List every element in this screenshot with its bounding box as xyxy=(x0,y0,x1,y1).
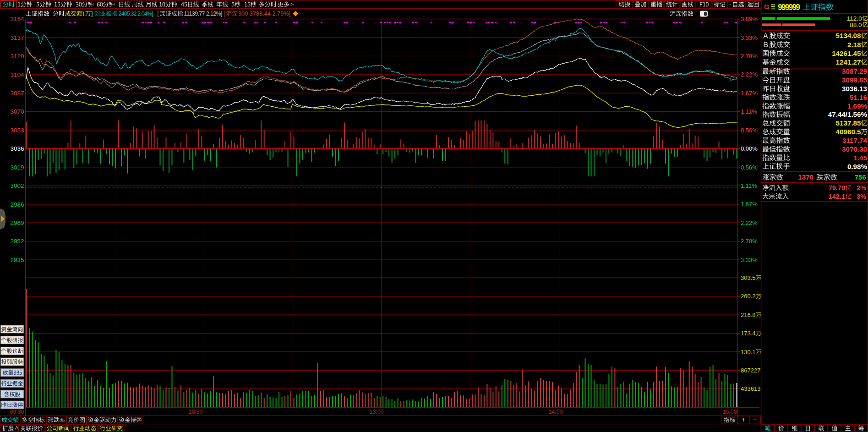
svg-text:13:00: 13:00 xyxy=(370,409,384,415)
svg-text:867227: 867227 xyxy=(741,367,760,374)
svg-text:3036: 3036 xyxy=(10,145,24,152)
svg-text:1.69%: 1.69% xyxy=(847,102,868,110)
svg-text:14:00: 14:00 xyxy=(549,409,563,415)
svg-text:3087: 3087 xyxy=(10,90,24,97)
svg-text:2969: 2969 xyxy=(10,219,24,226)
svg-text:3.89%: 3.89% xyxy=(741,16,758,22)
svg-text:3036.13: 3036.13 xyxy=(842,85,867,93)
svg-text:5134.08: 5134.08 xyxy=(836,32,861,39)
svg-text:112.0: 112.0 xyxy=(847,15,862,22)
svg-text:3104: 3104 xyxy=(10,71,24,78)
svg-text:3154: 3154 xyxy=(10,16,24,22)
svg-text:2.22%: 2.22% xyxy=(741,71,758,78)
svg-text:173.4: 173.4 xyxy=(741,330,756,337)
svg-text:130.1: 130.1 xyxy=(741,349,756,355)
svg-text:+: + xyxy=(742,416,745,423)
svg-text:3.33%: 3.33% xyxy=(741,257,758,263)
svg-text:3070: 3070 xyxy=(10,108,24,115)
svg-text:1.67%: 1.67% xyxy=(741,201,758,208)
svg-text:5137.85: 5137.85 xyxy=(836,119,861,127)
svg-text:−: − xyxy=(753,416,757,423)
svg-text:G: G xyxy=(764,3,770,11)
svg-text:40960.5: 40960.5 xyxy=(836,128,861,136)
svg-text:47.44/1.56%: 47.44/1.56% xyxy=(828,110,868,118)
svg-text:260.2: 260.2 xyxy=(741,293,756,300)
svg-text:3019: 3019 xyxy=(10,164,24,171)
svg-text:3117.74: 3117.74 xyxy=(842,137,868,144)
svg-text:88.0: 88.0 xyxy=(850,22,862,28)
svg-text:2.22%: 2.22% xyxy=(741,219,758,226)
svg-text:10:30: 10:30 xyxy=(189,409,203,415)
svg-text:3120: 3120 xyxy=(10,53,24,60)
svg-text:2.78%: 2.78% xyxy=(741,238,758,245)
svg-text:3070.30: 3070.30 xyxy=(842,145,867,153)
svg-text:1.45: 1.45 xyxy=(853,154,867,162)
svg-text:1.67%: 1.67% xyxy=(741,90,758,97)
svg-text:3.33%: 3.33% xyxy=(741,34,758,41)
svg-text:2405.32 2.04%]: 2405.32 2.04%] xyxy=(119,11,153,17)
svg-text:1370: 1370 xyxy=(798,173,813,181)
svg-text:3%: 3% xyxy=(857,193,866,200)
svg-text:142.1: 142.1 xyxy=(829,193,845,200)
svg-text:3002: 3002 xyxy=(10,182,24,189)
svg-text:303.5: 303.5 xyxy=(741,274,756,281)
svg-text:2.78%: 2.78% xyxy=(741,53,758,60)
svg-text:2986: 2986 xyxy=(10,201,24,208)
svg-text:1.11%: 1.11% xyxy=(741,182,757,189)
svg-text:1241.27: 1241.27 xyxy=(836,58,861,66)
svg-text:433613: 433613 xyxy=(741,385,760,392)
svg-text:2%: 2% xyxy=(857,184,866,191)
svg-text:0.56%: 0.56% xyxy=(741,127,758,134)
svg-text:15:00: 15:00 xyxy=(723,409,737,415)
svg-text:0.98%: 0.98% xyxy=(847,163,868,170)
svg-text:300 3788.44 2.79%]: 300 3788.44 2.79%] xyxy=(238,11,290,17)
svg-text:0.56%: 0.56% xyxy=(741,164,758,171)
svg-text:2.18: 2.18 xyxy=(847,41,861,49)
svg-text:2935: 2935 xyxy=(10,257,24,263)
svg-text:11139.77 2.12%]: 11139.77 2.12%] xyxy=(184,11,223,17)
svg-text:999999: 999999 xyxy=(778,3,800,12)
svg-text:1.11%: 1.11% xyxy=(741,108,757,115)
svg-text:3099.65: 3099.65 xyxy=(842,76,867,84)
svg-text:0.00%: 0.00% xyxy=(741,145,758,152)
svg-text:216.8: 216.8 xyxy=(741,312,756,318)
svg-text:79.79: 79.79 xyxy=(829,184,845,191)
svg-text:3053: 3053 xyxy=(10,127,24,134)
svg-text:3087.29: 3087.29 xyxy=(842,67,867,75)
svg-text:51.16: 51.16 xyxy=(850,93,867,101)
svg-text:756: 756 xyxy=(855,173,866,181)
svg-text:14261.45: 14261.45 xyxy=(832,49,861,57)
svg-text:2952: 2952 xyxy=(10,238,24,245)
svg-text:09:30: 09:30 xyxy=(10,409,24,415)
svg-text:3137: 3137 xyxy=(10,34,24,41)
